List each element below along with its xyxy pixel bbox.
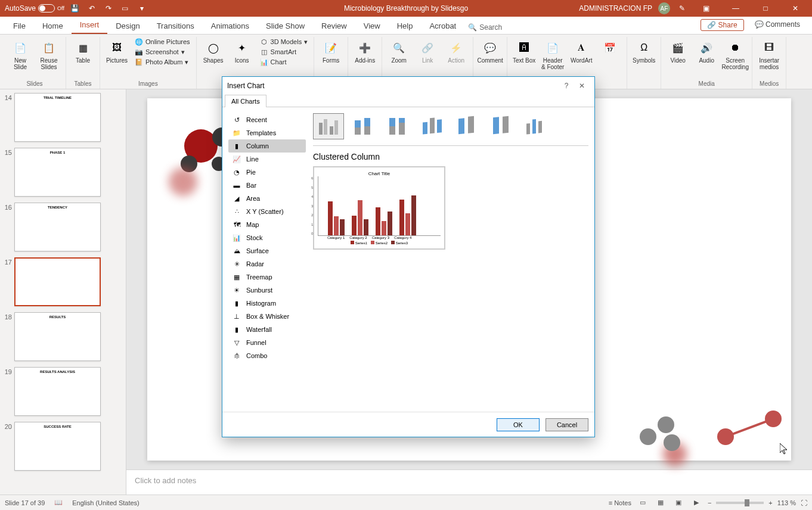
subtype-3d-clustered-column[interactable]	[417, 113, 448, 139]
tab-design[interactable]: Design	[107, 18, 148, 34]
insertar-medios-button[interactable]: 🎞Insertar medios	[756, 37, 782, 73]
chart-type-pie[interactable]: ◔Pie	[228, 166, 306, 179]
notes-toggle[interactable]: ≡ Notes	[609, 499, 631, 506]
tab-home[interactable]: Home	[34, 18, 72, 34]
tab-review[interactable]: Review	[313, 18, 355, 34]
chart-type-histogram[interactable]: ▮Histogram	[228, 297, 306, 310]
dialog-help-icon[interactable]: ?	[559, 78, 574, 94]
thumbnail-17[interactable]	[14, 257, 101, 306]
tab-transitions[interactable]: Transitions	[148, 18, 203, 34]
share-button[interactable]: 🔗 Share	[701, 19, 743, 31]
addins-button[interactable]: ➕Add-ins	[352, 37, 378, 66]
screenshot-button[interactable]: 📷Screenshot ▾	[132, 47, 193, 57]
chart-button[interactable]: 📊Chart	[258, 57, 311, 67]
symbols-button[interactable]: ΩSymbols	[631, 37, 657, 66]
icons-button[interactable]: ✦Icons	[229, 37, 255, 66]
audio-button[interactable]: 🔊Audio	[693, 37, 720, 66]
subtype-clustered-column[interactable]	[313, 113, 344, 139]
chart-preview-thumbnail[interactable]: Chart Title 6543210 Category 1Category 2…	[313, 166, 445, 250]
text-more-button[interactable]: 📅	[597, 37, 623, 60]
action-button[interactable]: ⚡Action	[443, 37, 469, 66]
chart-type-surface[interactable]: ⛰Surface	[228, 244, 306, 257]
3d-models-button[interactable]: ⬡3D Models ▾	[258, 37, 311, 46]
zoom-out-icon[interactable]: −	[708, 499, 711, 506]
photo-album-button[interactable]: 📔Photo Album ▾	[132, 57, 193, 67]
tab-view[interactable]: View	[355, 18, 389, 34]
reuse-slides-button[interactable]: 📋Reuse Slides	[36, 37, 62, 73]
tab-insert[interactable]: Insert	[72, 17, 108, 34]
tab-help[interactable]: Help	[389, 18, 422, 34]
pictures-button[interactable]: 🖼Pictures	[104, 37, 130, 66]
ok-button[interactable]: OK	[497, 418, 540, 431]
zoom-slider[interactable]	[716, 502, 764, 504]
chart-type-xy[interactable]: ∴X Y (Scatter)	[228, 205, 306, 218]
tab-file[interactable]: File	[5, 18, 34, 34]
zoom-level[interactable]: 113 %	[777, 499, 796, 506]
comments-button[interactable]: 💬 Comments	[750, 19, 805, 31]
new-slide-button[interactable]: 📄New Slide	[7, 37, 33, 73]
thumbnail-18[interactable]: RESULTS	[14, 312, 101, 361]
normal-view-icon[interactable]: ▭	[636, 497, 649, 509]
reading-view-icon[interactable]: ▣	[672, 497, 685, 509]
coming-soon-icon[interactable]: ✎	[676, 2, 688, 14]
save-icon[interactable]: 💾	[69, 2, 81, 14]
zoom-button[interactable]: 🔍Zoom	[386, 37, 412, 66]
chart-type-recent[interactable]: ↺Recent	[228, 113, 306, 126]
chart-type-boxwhisker[interactable]: ⊥Box & Whisker	[228, 310, 306, 323]
redo-icon[interactable]: ↷	[103, 2, 114, 14]
ribbon-display-icon[interactable]: ▣	[694, 0, 718, 17]
chart-type-bar[interactable]: ▬Bar	[228, 179, 306, 192]
link-button[interactable]: 🔗Link	[414, 37, 441, 66]
chart-type-radar[interactable]: ✳Radar	[228, 257, 306, 270]
minimize-icon[interactable]: —	[724, 0, 748, 17]
user-avatar[interactable]: AF	[658, 2, 670, 14]
tab-all-charts[interactable]: All Charts	[225, 95, 266, 107]
tab-animations[interactable]: Animations	[203, 18, 258, 34]
thumbnail-20[interactable]: SUCCESS RATE	[14, 422, 101, 471]
language-status[interactable]: English (United States)	[72, 499, 140, 506]
slideshow-view-icon[interactable]: ▶	[690, 497, 703, 509]
close-icon[interactable]: ✕	[783, 0, 807, 17]
chart-type-sunburst[interactable]: ☀Sunburst	[228, 284, 306, 297]
thumbnail-16[interactable]: TENDENCY	[14, 203, 101, 251]
maximize-icon[interactable]: □	[754, 0, 777, 17]
tab-acrobat[interactable]: Acrobat	[421, 18, 464, 34]
forms-button[interactable]: 📝Forms	[318, 37, 344, 66]
subtype-3d-100-stacked-column[interactable]	[486, 113, 517, 139]
chart-type-combo[interactable]: ⫛Combo	[228, 349, 306, 362]
chart-type-line[interactable]: 📈Line	[228, 153, 306, 166]
online-pictures-button[interactable]: 🌐Online Pictures	[132, 37, 193, 46]
sorter-view-icon[interactable]: ▦	[654, 497, 667, 509]
chart-type-column[interactable]: ▮Column	[228, 139, 306, 153]
notes-pane[interactable]: Click to add notes	[126, 469, 812, 495]
spell-check-icon[interactable]: 📖	[54, 499, 63, 506]
comment-button[interactable]: 💬Comment	[477, 37, 503, 66]
smartart-button[interactable]: ◫SmartArt	[258, 47, 311, 57]
slide-thumbnails-panel[interactable]: 14TRIAL TIMELINE 15PHASE 1 16TENDENCY 17…	[0, 89, 126, 495]
wordart-button[interactable]: 𝐀WordArt	[568, 37, 594, 66]
chart-type-stock[interactable]: 📊Stock	[228, 231, 306, 244]
subtype-stacked-column[interactable]	[348, 113, 379, 139]
tab-slideshow[interactable]: Slide Show	[258, 18, 313, 34]
undo-icon[interactable]: ↶	[86, 2, 98, 14]
zoom-in-icon[interactable]: +	[768, 499, 772, 506]
chart-type-area[interactable]: ◢Area	[228, 192, 306, 205]
table-button[interactable]: ▦Table	[70, 37, 96, 66]
thumbnail-19[interactable]: RESULTS ANALYSIS	[14, 367, 101, 416]
chart-type-treemap[interactable]: ▦Treemap	[228, 270, 306, 284]
subtype-3d-stacked-column[interactable]	[451, 113, 482, 139]
thumbnail-14[interactable]: TRIAL TIMELINE	[14, 93, 101, 142]
shapes-button[interactable]: ◯Shapes	[200, 37, 227, 66]
chart-type-waterfall[interactable]: ▮Waterfall	[228, 323, 306, 336]
video-button[interactable]: 🎬Video	[665, 37, 691, 66]
qat-dropdown-icon[interactable]: ▾	[136, 2, 148, 14]
cancel-button[interactable]: Cancel	[546, 418, 588, 431]
chart-type-funnel[interactable]: ▽Funnel	[228, 336, 306, 349]
chart-type-templates[interactable]: 📁Templates	[228, 126, 306, 139]
fit-to-window-icon[interactable]: ⛶	[801, 499, 807, 506]
thumbnail-15[interactable]: PHASE 1	[14, 148, 101, 197]
subtype-100-stacked-column[interactable]	[382, 113, 413, 139]
dialog-close-icon[interactable]: ✕	[574, 78, 590, 94]
tell-me-search[interactable]: 🔍 Search	[464, 21, 506, 34]
header-footer-button[interactable]: 📄Header & Footer	[540, 37, 566, 73]
